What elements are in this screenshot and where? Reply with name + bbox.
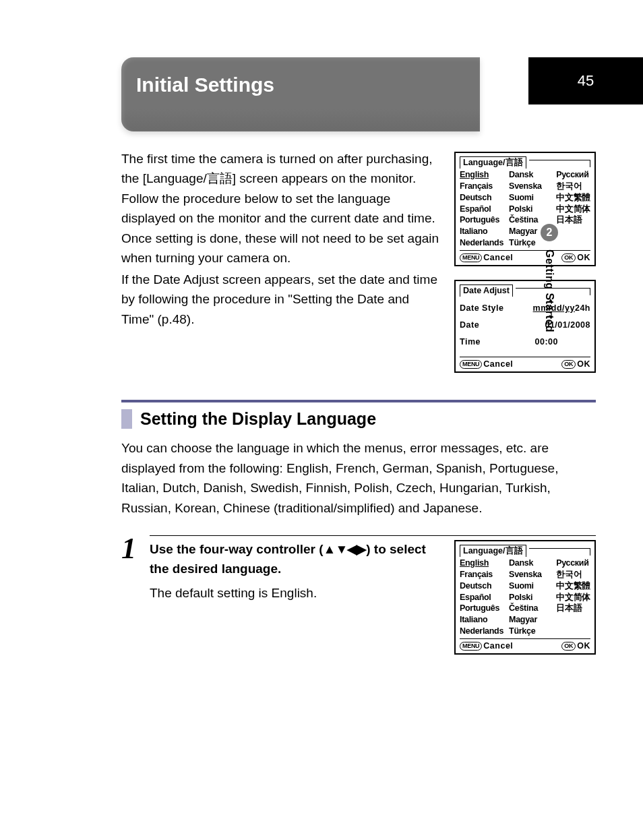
section-divider [121, 400, 596, 402]
date-adjust-screen-figure: Date Adjust Date Style ▲ mm/dd/yy24h ▼ D… [454, 280, 596, 373]
step-instruction: Use the four-way controller (▲▼◀▶) to se… [150, 540, 442, 655]
four-way-arrows-icon: ▲▼◀▶ [324, 542, 367, 556]
section-heading: Setting the Display Language [121, 409, 596, 429]
intro-para-1: The first time the camera is turned on a… [121, 149, 442, 268]
intro-text: The first time the camera is turned on a… [121, 149, 442, 329]
arrow-down-icon: ▼ [548, 314, 554, 320]
section-body: You can choose the language in which the… [121, 438, 596, 518]
arrow-up-icon: ▲ [548, 297, 554, 303]
language-screen-figure-2: Language/言語 English Français Deutsch Esp… [454, 540, 596, 655]
lang-screen-title: Language/言語 [460, 156, 526, 169]
intro-para-2: If the Date Adjust screen appears, set t… [121, 270, 442, 329]
step-number: 1 [121, 534, 142, 564]
step-detail: The default setting is English. [150, 584, 442, 603]
date-screen-title: Date Adjust [460, 284, 513, 297]
menu-cancel: MENUCancel [460, 252, 513, 264]
language-screen-figure: Language/言語 English Français Deutsch Esp… [454, 152, 596, 266]
page-title: Initial Settings [136, 73, 480, 96]
page-title-band: Initial Settings [121, 57, 480, 131]
ok-ok: OKOK [561, 252, 590, 264]
